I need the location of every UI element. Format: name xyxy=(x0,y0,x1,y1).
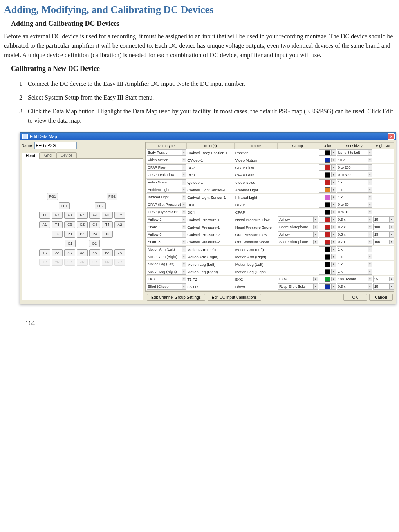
edit-dc-input-calibrations-button[interactable]: Edit DC Input Calibrations xyxy=(208,294,261,301)
color-swatch[interactable]: ▾ xyxy=(319,187,336,193)
electrode-4a[interactable]: 4A xyxy=(77,249,88,256)
dropdown-cell[interactable]: Video Noise▾ xyxy=(147,179,187,185)
dropdown-cell[interactable]: Effort (Abdomen)▾ xyxy=(147,291,187,292)
dropdown-cell[interactable]: 0 to 300▾ xyxy=(337,172,372,178)
electrode-a1[interactable]: A1 xyxy=(39,221,50,228)
dropdown-cell[interactable]: CPAP (Set Pressure)▾ xyxy=(147,202,187,208)
electrode-fp1[interactable]: FP1 xyxy=(59,202,70,209)
dropdown-cell[interactable]: EKG▾ xyxy=(278,276,318,282)
name-field[interactable] xyxy=(34,142,77,149)
dropdown-cell[interactable]: 0.7 x▾ xyxy=(337,239,372,245)
electrode-o1[interactable]: O1 xyxy=(65,240,76,247)
tab-grid[interactable]: Grid xyxy=(40,152,56,158)
color-swatch[interactable]: ▾ xyxy=(319,172,336,178)
dropdown-cell[interactable]: 35▾ xyxy=(373,276,394,282)
dropdown-cell[interactable]: 0.5 x▾ xyxy=(337,283,372,290)
color-swatch[interactable]: ▾ xyxy=(319,149,336,156)
electrode-6r[interactable]: 6R xyxy=(102,259,113,266)
tab-head[interactable]: Head xyxy=(22,153,40,159)
electrode-5r[interactable]: 5R xyxy=(89,259,100,266)
dropdown-cell[interactable]: 1 x▾ xyxy=(337,261,372,267)
electrode-p3[interactable]: P3 xyxy=(64,231,75,238)
dropdown-cell[interactable]: 100▾ xyxy=(373,239,394,245)
dropdown-cell[interactable]: Body Position▾ xyxy=(147,149,187,156)
electrode-7a[interactable]: 7A xyxy=(114,249,125,256)
electrode-2r[interactable]: 2R xyxy=(52,259,63,266)
color-swatch[interactable]: ▾ xyxy=(319,239,336,245)
dropdown-cell[interactable]: 0.5 x▾ xyxy=(337,231,372,238)
electrode-t3[interactable]: T3 xyxy=(52,221,63,228)
dropdown-cell[interactable]: Resp Effort Belts▾ xyxy=(278,291,318,292)
electrode-f7[interactable]: F7 xyxy=(52,212,63,219)
dropdown-cell[interactable]: Resp Effort Belts▾ xyxy=(278,283,318,290)
color-swatch[interactable]: ▾ xyxy=(319,179,336,185)
dropdown-cell[interactable]: Snore Microphone▾ xyxy=(278,224,318,230)
dropdown-cell[interactable]: Infrared Light▾ xyxy=(147,194,187,200)
color-swatch[interactable]: ▾ xyxy=(319,157,336,163)
electrode-pg1[interactable]: PG1 xyxy=(47,193,58,200)
dropdown-cell[interactable]: 0.5 x▾ xyxy=(337,216,372,223)
dropdown-cell[interactable]: Snore-2▾ xyxy=(147,224,187,230)
dropdown-cell[interactable]: Airflow-3▾ xyxy=(147,231,187,238)
electrode-2a[interactable]: 2A xyxy=(52,249,63,256)
dropdown-cell[interactable]: Upright to Left▾ xyxy=(337,149,372,156)
electrode-a2[interactable]: A2 xyxy=(114,221,125,228)
electrode-p4[interactable]: P4 xyxy=(89,231,100,238)
electrode-t1[interactable]: T1 xyxy=(39,212,50,219)
dropdown-cell[interactable]: 15▾ xyxy=(373,291,394,292)
electrode-3a[interactable]: 3A xyxy=(64,249,75,256)
dropdown-cell[interactable]: Airflow-2▾ xyxy=(147,216,187,223)
color-swatch[interactable]: ▾ xyxy=(319,216,336,223)
dropdown-cell[interactable]: 0 to 30▾ xyxy=(337,202,372,208)
dropdown-cell[interactable]: Video Motion▾ xyxy=(147,157,187,163)
color-swatch[interactable]: ▾ xyxy=(319,283,336,290)
electrode-1a[interactable]: 1A xyxy=(39,249,50,256)
dropdown-cell[interactable]: Ambient Light▾ xyxy=(147,187,187,193)
dropdown-cell[interactable]: Airflow▾ xyxy=(278,231,318,238)
electrode-t5[interactable]: T5 xyxy=(52,231,63,238)
dropdown-cell[interactable]: Airflow▾ xyxy=(278,216,318,223)
dropdown-cell[interactable]: Snore-3▾ xyxy=(147,239,187,245)
dropdown-cell[interactable]: 1 x▾ xyxy=(337,246,372,252)
electrode-6a[interactable]: 6A xyxy=(102,249,113,256)
electrode-f4[interactable]: F4 xyxy=(89,212,100,219)
color-swatch[interactable]: ▾ xyxy=(319,261,336,267)
electrode-pz[interactable]: PZ xyxy=(77,231,88,238)
cancel-button[interactable]: Cancel xyxy=(369,294,393,301)
dropdown-cell[interactable]: 1 x▾ xyxy=(337,179,372,185)
dropdown-cell[interactable]: Motion Arm (Left)▾ xyxy=(147,246,187,252)
dropdown-cell[interactable]: Motion Leg (Right)▾ xyxy=(147,269,187,275)
electrode-cz[interactable]: CZ xyxy=(77,221,88,228)
electrode-fz[interactable]: FZ xyxy=(77,212,88,219)
dropdown-cell[interactable]: 1 x▾ xyxy=(337,187,372,193)
electrode-pg2[interactable]: PG2 xyxy=(107,193,117,200)
electrode-t2[interactable]: T2 xyxy=(114,212,125,219)
dropdown-cell[interactable]: 100 µV/mm▾ xyxy=(337,276,372,282)
dropdown-cell[interactable]: 15▾ xyxy=(373,231,394,238)
electrode-fp2[interactable]: FP2 xyxy=(95,202,106,209)
dropdown-cell[interactable]: Effort (Chest)▾ xyxy=(147,283,187,290)
electrode-c4[interactable]: C4 xyxy=(89,221,100,228)
dropdown-cell[interactable]: Motion Leg (Left)▾ xyxy=(147,261,187,267)
electrode-f3[interactable]: F3 xyxy=(64,212,75,219)
tab-device[interactable]: Device xyxy=(56,152,77,158)
dropdown-cell[interactable]: 1 x▾ xyxy=(337,269,372,275)
dropdown-cell[interactable]: 0.7 x▾ xyxy=(337,224,372,230)
color-swatch[interactable]: ▾ xyxy=(319,224,336,230)
dropdown-cell[interactable]: 10 x▾ xyxy=(337,157,372,163)
dropdown-cell[interactable]: 0 to 30▾ xyxy=(337,209,372,215)
color-swatch[interactable]: ▾ xyxy=(319,276,336,282)
dropdown-cell[interactable]: EKG▾ xyxy=(147,276,187,282)
color-swatch[interactable]: ▾ xyxy=(319,254,336,260)
dropdown-cell[interactable]: 100▾ xyxy=(373,224,394,230)
electrode-o2[interactable]: O2 xyxy=(89,240,100,247)
electrode-7r[interactable]: 7R xyxy=(114,259,125,266)
color-swatch[interactable]: ▾ xyxy=(319,164,336,171)
dropdown-cell[interactable]: Snore Microphone▾ xyxy=(278,239,318,245)
dropdown-cell[interactable]: 0.5 x▾ xyxy=(337,291,372,292)
dropdown-cell[interactable]: Motion Arm (Right)▾ xyxy=(147,254,187,260)
electrode-f8[interactable]: F8 xyxy=(102,212,113,219)
color-swatch[interactable]: ▾ xyxy=(319,269,336,275)
electrode-1r[interactable]: 1R xyxy=(39,259,50,266)
dropdown-cell[interactable]: 15▾ xyxy=(373,283,394,290)
